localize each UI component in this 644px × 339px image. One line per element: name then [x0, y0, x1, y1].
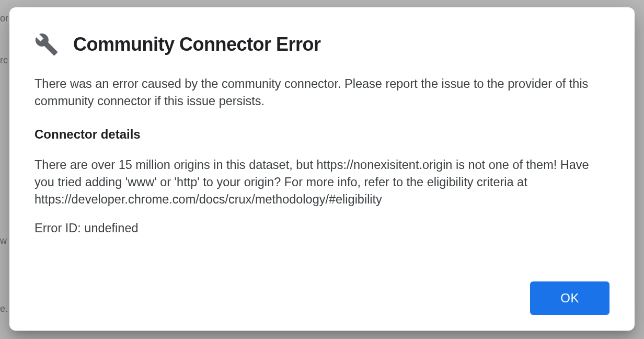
background-fragment: e.	[0, 303, 8, 314]
background-fragment: rc	[0, 55, 8, 66]
background-fragment: w	[0, 235, 7, 246]
ok-button[interactable]: OK	[530, 281, 610, 315]
background-fragment: or	[0, 13, 8, 24]
details-heading: Connector details	[34, 126, 610, 143]
error-id: Error ID: undefined	[34, 220, 610, 237]
wrench-icon	[34, 32, 59, 56]
dialog-body: There was an error caused by the communi…	[34, 75, 610, 281]
dialog-header: Community Connector Error	[34, 32, 610, 56]
details-text: There are over 15 million origins in thi…	[34, 156, 610, 208]
error-dialog: Community Connector Error There was an e…	[9, 7, 635, 331]
dialog-footer: OK	[34, 281, 610, 315]
intro-text: There was an error caused by the communi…	[34, 75, 610, 110]
dialog-title: Community Connector Error	[73, 33, 321, 55]
